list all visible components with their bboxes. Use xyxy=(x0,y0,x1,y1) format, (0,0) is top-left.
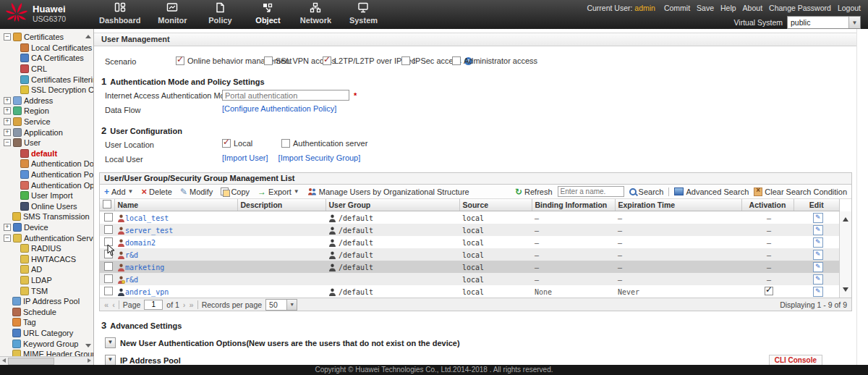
sidebar-item-online-users[interactable]: Online Users xyxy=(0,201,93,212)
sidebar-item-crl[interactable]: CRL xyxy=(0,64,93,75)
chevron-down-icon[interactable]: ▼ xyxy=(848,17,860,28)
export-button[interactable]: →Export▼ xyxy=(258,188,299,196)
modify-button[interactable]: ✎Modify xyxy=(180,188,213,196)
scroll-left-icon[interactable] xyxy=(2,358,6,363)
table-row[interactable]: andrei_vpn /defaultlocalNoneNever✎ xyxy=(100,285,840,298)
sidebar-item-authentication-policy[interactable]: Authentication Policy xyxy=(0,169,93,180)
sidebar-item-service[interactable]: +Service xyxy=(0,117,93,127)
nav-system[interactable]: System xyxy=(344,2,382,25)
sidebar-item-user[interactable]: −User xyxy=(0,138,93,148)
top-link-logout[interactable]: Logout xyxy=(838,4,861,12)
sidebar-item-local-certificates[interactable]: Local Certificates xyxy=(0,43,93,54)
sidebar-item-url-category[interactable]: URL Category xyxy=(0,328,93,339)
user-name-link[interactable]: r&d xyxy=(125,251,138,259)
sidebar-item-tsm[interactable]: TSM xyxy=(0,285,93,296)
import-security-group-link[interactable]: [Import Security Group] xyxy=(278,153,361,162)
user-name-link[interactable]: r&d xyxy=(125,276,138,284)
delete-button[interactable]: ×Delete xyxy=(142,188,172,196)
edit-icon[interactable]: ✎ xyxy=(813,250,823,260)
table-row[interactable]: local_test /defaultlocal———✎ xyxy=(100,211,840,224)
top-link-save[interactable]: Save xyxy=(697,4,714,12)
copy-button[interactable]: Copy xyxy=(221,188,250,196)
expand-icon[interactable]: + xyxy=(4,107,11,114)
prev-page-icon[interactable]: ‹ xyxy=(112,300,115,309)
checkbox[interactable] xyxy=(264,56,273,65)
sidebar-item-authentication-server[interactable]: −Authentication Server xyxy=(0,232,93,243)
expand-icon[interactable]: + xyxy=(4,224,11,231)
import-user-link[interactable]: [Import User] xyxy=(222,153,268,162)
sidebar-item-certificates-filtering[interactable]: Certificates Filtering xyxy=(0,74,93,85)
sidebar-item-ssl-decryption-cert[interactable]: SSL Decryption Cert xyxy=(0,85,93,96)
auth-mode-input[interactable] xyxy=(222,90,349,101)
user-name-link[interactable]: server_test xyxy=(125,227,173,235)
sidebar-item-default[interactable]: default xyxy=(0,148,93,159)
collapse-icon[interactable]: − xyxy=(4,235,11,242)
nav-object[interactable]: Object xyxy=(249,2,286,25)
user-name-link[interactable]: marketing xyxy=(125,264,164,271)
table-row[interactable]: domain2 /defaultlocal———✎ xyxy=(100,236,840,248)
table-row[interactable]: server_test /defaultlocal———✎ xyxy=(100,224,840,236)
records-per-page-select[interactable]: 50 ▼ xyxy=(265,299,297,311)
virtual-system-select[interactable]: public ▼ xyxy=(787,16,861,29)
sidebar-item-address[interactable]: +Address xyxy=(0,96,93,106)
local-checkbox[interactable] xyxy=(222,139,231,148)
select-all-checkbox[interactable] xyxy=(103,200,111,208)
expand-icon[interactable]: + xyxy=(4,118,11,125)
sidebar-item-tag[interactable]: Tag xyxy=(0,317,93,328)
last-page-icon[interactable]: » xyxy=(190,300,194,309)
nav-policy[interactable]: Policy xyxy=(201,2,239,25)
configure-auth-policy-link[interactable]: [Configure Authentication Policy] xyxy=(222,104,336,113)
collapsible-new-user-auth[interactable]: ▼ New User Authentication Options(New us… xyxy=(105,337,857,348)
checkbox[interactable] xyxy=(401,56,410,65)
sidebar-horizontal-scrollbar[interactable] xyxy=(0,356,93,365)
edit-icon[interactable]: ✎ xyxy=(813,262,823,272)
search-button[interactable]: Search xyxy=(629,188,664,196)
row-checkbox[interactable] xyxy=(104,225,113,234)
sidebar-item-ldap[interactable]: LDAP xyxy=(0,275,93,286)
row-checkbox[interactable] xyxy=(104,287,113,295)
checkbox[interactable] xyxy=(176,56,184,65)
nav-dashboard[interactable]: Dashboard xyxy=(96,2,143,25)
expand-icon[interactable]: + xyxy=(4,129,11,136)
next-page-icon[interactable]: › xyxy=(183,300,186,309)
page-number-input[interactable] xyxy=(144,300,163,310)
checkbox[interactable] xyxy=(323,56,331,65)
sidebar-item-radius[interactable]: RADIUS xyxy=(0,243,93,254)
advanced-search-button[interactable]: Advanced Search xyxy=(674,188,749,196)
checkbox[interactable] xyxy=(452,56,461,65)
edit-icon[interactable]: ✎ xyxy=(813,274,823,285)
edit-icon[interactable]: ✎ xyxy=(813,237,823,248)
sidebar-scroll-down-icon[interactable] xyxy=(85,344,91,347)
sidebar-item-ad[interactable]: AD xyxy=(0,264,93,275)
page-scrollbar-gutter[interactable] xyxy=(856,29,868,365)
table-row[interactable]: r&d /defaultlocal———✎ xyxy=(100,248,840,261)
edit-icon[interactable]: ✎ xyxy=(813,213,823,223)
row-checkbox[interactable] xyxy=(104,262,113,271)
collapse-icon[interactable]: − xyxy=(4,33,11,41)
manage-users-by-organizational-structure-button[interactable]: Manage Users by Organizational Structure xyxy=(307,188,469,196)
sidebar-item-schedule[interactable]: Schedule xyxy=(0,306,93,317)
sidebar-item-ip-address-pool[interactable]: IP Address Pool xyxy=(0,296,93,307)
scroll-down-icon[interactable] xyxy=(843,287,848,292)
top-link-help[interactable]: Help xyxy=(720,4,736,12)
top-link-change-password[interactable]: Change Password xyxy=(769,4,831,12)
sidebar-item-user-import[interactable]: User Import xyxy=(0,190,93,201)
sidebar-item-device[interactable]: +Device xyxy=(0,222,93,233)
first-page-icon[interactable]: « xyxy=(104,300,109,309)
sidebar-item-keyword-group[interactable]: Keyword Group xyxy=(0,338,93,349)
search-input[interactable] xyxy=(558,186,624,197)
nav-monitor[interactable]: Monitor xyxy=(153,2,191,25)
sidebar-item-authentication-domain[interactable]: Authentication Domain xyxy=(0,159,93,169)
sidebar-item-certificates[interactable]: −Certificates xyxy=(0,32,93,43)
sidebar-item-ca-certificates[interactable]: CA Certificates xyxy=(0,53,93,64)
scroll-up-icon[interactable] xyxy=(843,217,848,222)
user-name-link[interactable]: domain2 xyxy=(125,239,156,247)
auth-server-checkbox[interactable] xyxy=(281,139,290,148)
user-name-link[interactable]: andrei_vpn xyxy=(125,288,169,296)
expand-arrow-icon[interactable]: ▼ xyxy=(105,355,116,365)
table-row[interactable]: r&dlocal———✎ xyxy=(100,273,840,285)
collapsible-ip-address-pool[interactable]: ▼ IP Address Pool xyxy=(105,355,857,365)
cli-console-button[interactable]: CLI Console xyxy=(769,355,822,365)
sidebar-item-authentication-options[interactable]: Authentication Options xyxy=(0,180,93,190)
top-link-about[interactable]: About xyxy=(743,4,762,12)
